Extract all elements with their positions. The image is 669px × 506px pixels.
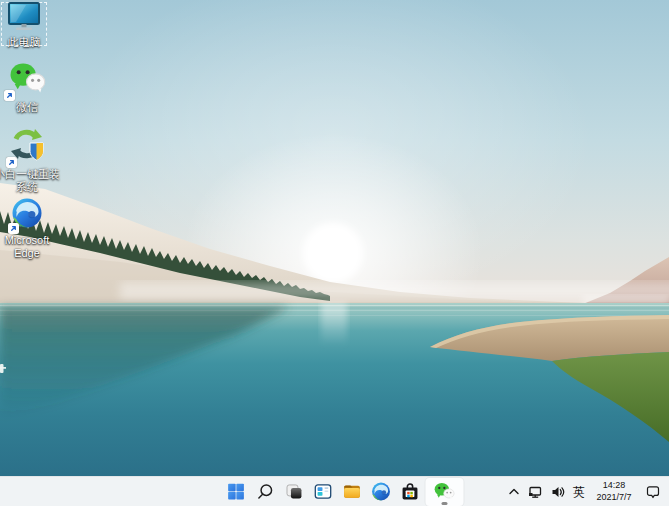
widgets-panel-icon <box>312 481 333 502</box>
desktop-icon-label-line2: Edge <box>0 247 62 260</box>
hidden-icons-chevron[interactable] <box>508 486 520 497</box>
speaker-icon <box>550 484 566 500</box>
desktop[interactable]: 此电脑 微信 小白一键重装 系统 <box>0 0 669 506</box>
wechat-bubbles-icon <box>433 481 456 502</box>
wallpaper-image <box>0 0 669 476</box>
notification-bubble-icon <box>645 484 661 500</box>
input-language-indicator[interactable]: 英 <box>573 486 585 498</box>
desktop-icon-label: 微信 <box>0 101 62 114</box>
shortcut-arrow-icon <box>8 223 19 234</box>
chevron-up-icon <box>508 486 520 497</box>
wechat-taskbar-button[interactable] <box>425 478 463 506</box>
taskbar-center-buttons <box>221 477 464 506</box>
taskbar: 英 14:28 2021/7/7 <box>0 476 669 506</box>
magnifier-icon <box>254 481 275 502</box>
task-view-button[interactable] <box>279 478 308 506</box>
start-button[interactable] <box>221 478 250 506</box>
windows-logo-icon <box>225 481 246 502</box>
network-button[interactable] <box>527 484 543 500</box>
overlapping-squares-icon <box>283 481 304 502</box>
desktop-icon-label: 小白一键重装 <box>0 168 62 181</box>
clock-time: 14:28 <box>592 480 636 491</box>
edge-button[interactable] <box>366 478 395 506</box>
desktop-icon-wechat[interactable]: 微信 <box>1 60 53 114</box>
shopping-bag-icon <box>399 481 420 502</box>
system-tray: 英 14:28 2021/7/7 <box>502 477 667 506</box>
desktop-icon-xiaobai-reinstall[interactable]: 小白一键重装 系统 <box>1 128 53 193</box>
volume-button[interactable] <box>550 484 566 500</box>
edge-swirl-icon <box>10 196 44 234</box>
ethernet-network-icon <box>527 484 543 500</box>
monitor-icon <box>7 2 41 36</box>
file-explorer-button[interactable] <box>337 478 366 506</box>
desktop-icon-label: Microsoft <box>0 234 62 247</box>
desktop-icon-microsoft-edge[interactable]: Microsoft Edge <box>1 196 53 259</box>
running-indicator <box>441 502 447 505</box>
folder-icon <box>341 481 362 502</box>
store-button[interactable] <box>395 478 424 506</box>
shortcut-arrow-icon <box>4 90 15 101</box>
edge-swirl-icon <box>370 481 391 502</box>
taskbar-clock[interactable]: 14:28 2021/7/7 <box>592 480 636 503</box>
widgets-button[interactable] <box>308 478 337 506</box>
clock-date: 2021/7/7 <box>592 492 636 503</box>
wechat-bubbles-icon <box>6 60 48 101</box>
desktop-icon-label-line2: 系统 <box>0 181 62 194</box>
desktop-icon-this-pc[interactable]: 此电脑 <box>1 2 47 46</box>
search-button[interactable] <box>250 478 279 506</box>
desktop-icon-label: 此电脑 <box>1 36 47 49</box>
notification-center-button[interactable] <box>645 484 661 500</box>
recycle-arrows-shield-icon <box>8 128 46 168</box>
shortcut-arrow-icon <box>6 157 17 168</box>
